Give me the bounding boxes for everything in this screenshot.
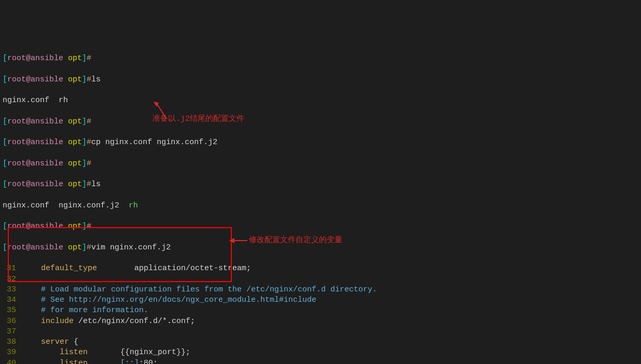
code-line: 40 listen [::]:80;	[3, 358, 638, 365]
code-segment: listen	[60, 348, 88, 357]
bracket-open: [	[3, 54, 7, 63]
code-segment: # See http://nginx.org/en/docs/ngx_core_…	[41, 296, 316, 304]
user-host: root@ansible	[7, 54, 63, 63]
prompt-line-7: [root@ansible opt]#	[3, 221, 638, 232]
code-segment	[22, 306, 41, 315]
code-line: 39 listen {{nginx_port}};	[3, 347, 638, 358]
prompt-line-2: [root@ansible opt]#ls	[3, 75, 638, 85]
code-segment: /etc/nginx/conf.d/*.conf;	[74, 317, 195, 326]
line-number: 40	[3, 358, 22, 365]
line-number: 33	[3, 285, 22, 295]
prompt-line-3: [root@ansible opt]#	[3, 117, 638, 127]
output-line-2: nginx.conf nginx.conf.j2 rh	[3, 201, 638, 211]
output-line-1: nginx.conf rh	[3, 95, 638, 106]
code-line: 35 # for more information.	[3, 305, 638, 316]
code-segment: server	[41, 338, 69, 346]
prompt-line-6: [root@ansible opt]#ls	[3, 179, 638, 190]
code-segment	[22, 264, 41, 273]
code-line: 31 default_type application/octet-stream…	[3, 263, 638, 274]
hash: #	[87, 54, 91, 63]
vim-editor-content: 31 default_type application/octet-stream…	[3, 263, 638, 364]
terminal-output[interactable]: [root@ansible opt]# [root@ansible opt]#l…	[3, 43, 638, 364]
code-segment: application/octet-stream;	[97, 264, 251, 273]
line-number: 34	[3, 295, 22, 305]
code-line: 33 # Load modular configuration files fr…	[3, 285, 638, 295]
command-ls: ls	[91, 75, 101, 84]
prompt-line-5: [root@ansible opt]#	[3, 159, 638, 169]
code-line: 32	[3, 274, 638, 285]
code-segment: {{nginx_port}};	[88, 348, 190, 357]
line-number: 38	[3, 337, 22, 347]
bracket-close: ]	[82, 54, 87, 63]
prompt-line-1: [root@ansible opt]#	[3, 53, 638, 64]
code-segment	[88, 359, 120, 365]
code-segment	[22, 359, 60, 365]
code-segment: listen	[60, 359, 88, 365]
code-segment: # Load modular configuration files from …	[41, 285, 377, 294]
command-cp: cp nginx.conf nginx.conf.j2	[91, 138, 217, 147]
code-segment: default_type	[41, 264, 97, 273]
code-segment: # for more information.	[41, 306, 148, 315]
line-number: 36	[3, 316, 22, 327]
command-ls-2: ls	[91, 180, 101, 189]
line-number: 37	[3, 327, 22, 337]
line-number: 35	[3, 305, 22, 316]
code-segment: [::]	[120, 359, 139, 365]
line-number: 31	[3, 263, 22, 274]
code-segment: {	[69, 338, 78, 346]
line-number: 39	[3, 347, 22, 358]
code-segment	[22, 296, 41, 304]
prompt-line-8: [root@ansible opt]#vim nginx.conf.j2	[3, 243, 638, 253]
code-line: 34 # See http://nginx.org/en/docs/ngx_co…	[3, 295, 638, 305]
directory: opt	[68, 54, 82, 63]
code-segment	[22, 348, 60, 357]
code-segment	[22, 338, 41, 346]
line-number: 32	[3, 274, 22, 285]
command-vim: vim nginx.conf.j2	[91, 243, 171, 252]
code-segment	[22, 317, 41, 326]
code-segment: :80;	[139, 359, 158, 365]
prompt-line-4: [root@ansible opt]#cp nginx.conf nginx.c…	[3, 137, 638, 148]
code-segment	[22, 285, 41, 294]
code-line: 37	[3, 327, 638, 337]
code-segment: include	[41, 317, 74, 326]
code-line: 38 server {	[3, 337, 638, 347]
code-line: 36 include /etc/nginx/conf.d/*.conf;	[3, 316, 638, 327]
